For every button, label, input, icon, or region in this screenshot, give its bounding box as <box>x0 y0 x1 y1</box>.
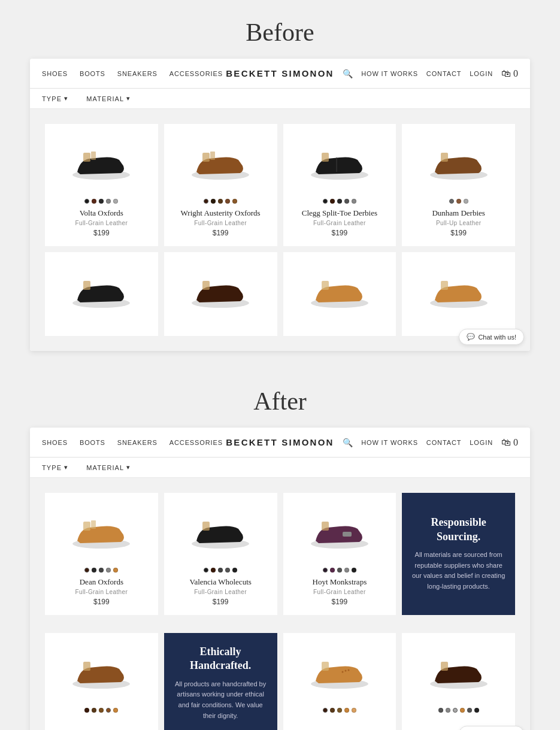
svg-point-33 <box>347 670 349 671</box>
product-card-hoyt: Hoyt Monkstraps Full-Grain Leather $199 <box>283 493 396 615</box>
type-filter-before[interactable]: TYPE ▾ <box>42 95 68 102</box>
color-dot[interactable] <box>99 199 104 204</box>
color-dot[interactable] <box>92 199 96 204</box>
nav-howitworks-before[interactable]: HOW IT WORKS <box>361 70 418 77</box>
color-dot[interactable] <box>344 568 349 573</box>
product-name-dean: Dean Oxfords <box>80 577 123 587</box>
product-image-a8 <box>408 642 509 702</box>
product-image-b8 <box>408 261 509 321</box>
product-material-clegg: Full-Grain Leather <box>313 220 366 226</box>
type-filter-after[interactable]: TYPE ▾ <box>42 464 68 471</box>
color-dot[interactable] <box>92 568 96 573</box>
color-dot[interactable] <box>337 568 342 573</box>
nav-login-before[interactable]: LOGIN <box>470 70 493 77</box>
search-icon-before[interactable]: 🔍 <box>343 69 353 78</box>
product-image-b5 <box>51 261 152 321</box>
color-dot[interactable] <box>460 708 465 713</box>
color-dot[interactable] <box>218 199 223 204</box>
color-dot[interactable] <box>446 708 450 713</box>
svg-rect-12 <box>83 281 90 290</box>
nav-boots-after[interactable]: BOOTS <box>80 439 105 446</box>
color-dot[interactable] <box>449 199 454 204</box>
product-card-volta: Volta Oxfords Full-Grain Leather $199 <box>45 124 158 246</box>
product-image-valencia <box>170 502 271 562</box>
color-dot[interactable] <box>113 568 118 573</box>
color-dots-dean <box>84 568 118 573</box>
color-dot[interactable] <box>84 568 89 573</box>
product-image-hoyt <box>289 502 391 562</box>
nav-contact-before[interactable]: CONTACT <box>426 70 462 77</box>
color-dot[interactable] <box>323 199 328 204</box>
nav-howitworks-after[interactable]: HOW IT WORKS <box>361 439 418 446</box>
after-section: After SHOES BOOTS SNEAKERS ACCESSORIES B… <box>0 369 560 730</box>
svg-rect-16 <box>322 281 329 290</box>
svg-point-31 <box>341 671 343 673</box>
color-dot[interactable] <box>99 708 104 713</box>
color-dot[interactable] <box>352 199 356 204</box>
color-dot[interactable] <box>337 199 342 204</box>
color-dot[interactable] <box>225 199 230 204</box>
color-dot[interactable] <box>84 708 89 713</box>
color-dot[interactable] <box>113 199 118 204</box>
color-dot[interactable] <box>344 199 349 204</box>
color-dot[interactable] <box>344 708 349 713</box>
color-dot[interactable] <box>330 199 335 204</box>
color-dot[interactable] <box>106 568 111 573</box>
color-dot[interactable] <box>113 708 118 713</box>
color-dots-a7 <box>323 708 356 713</box>
chat-button-after[interactable]: 💬 Chat with us! <box>459 726 524 730</box>
color-dot[interactable] <box>225 568 230 573</box>
product-material-dean: Full-Grain Leather <box>75 589 128 595</box>
color-dot[interactable] <box>330 708 335 713</box>
cart-before[interactable]: 🛍 0 <box>501 68 518 79</box>
color-dot[interactable] <box>218 568 223 573</box>
color-dot[interactable] <box>352 568 356 573</box>
color-dot[interactable] <box>467 708 472 713</box>
color-dot[interactable] <box>232 568 237 573</box>
nav-sneakers-after[interactable]: SNEAKERS <box>117 439 158 446</box>
color-dot[interactable] <box>323 708 328 713</box>
color-dot[interactable] <box>456 199 461 204</box>
product-material-volta: Full-Grain Leather <box>75 220 128 226</box>
nav-boots-before[interactable]: BOOTS <box>80 70 105 77</box>
color-dot[interactable] <box>106 708 111 713</box>
product-price-dunham: $199 <box>450 229 467 237</box>
color-dot[interactable] <box>204 568 208 573</box>
nav-sneakers-before[interactable]: SNEAKERS <box>117 70 158 77</box>
cart-after[interactable]: 🛍 0 <box>501 437 518 448</box>
product-name-clegg: Clegg Split-Toe Derbies <box>302 208 377 218</box>
color-dot[interactable] <box>232 199 237 204</box>
color-dot[interactable] <box>211 568 216 573</box>
material-filter-after[interactable]: MATERIAL ▾ <box>86 464 131 471</box>
color-dot[interactable] <box>464 199 468 204</box>
product-name-volta: Volta Oxfords <box>80 208 123 218</box>
color-dot[interactable] <box>99 568 104 573</box>
color-dots-wright <box>204 199 237 204</box>
nav-login-after[interactable]: LOGIN <box>470 439 493 446</box>
color-dot[interactable] <box>453 708 458 713</box>
color-dot[interactable] <box>84 199 89 204</box>
nav-shoes-after[interactable]: SHOES <box>42 439 68 446</box>
color-dot[interactable] <box>352 708 356 713</box>
material-filter-before[interactable]: MATERIAL ▾ <box>86 95 131 102</box>
color-dot[interactable] <box>211 199 216 204</box>
color-dot[interactable] <box>330 568 335 573</box>
nav-contact-after[interactable]: CONTACT <box>426 439 462 446</box>
search-icon-after[interactable]: 🔍 <box>343 438 353 447</box>
product-material-hoyt: Full-Grain Leather <box>313 589 366 595</box>
color-dot[interactable] <box>92 708 96 713</box>
svg-rect-26 <box>343 532 352 537</box>
color-dot[interactable] <box>438 708 443 713</box>
color-dot[interactable] <box>474 708 479 713</box>
nav-shoes-before[interactable]: SHOES <box>42 70 68 77</box>
chat-button-before[interactable]: 💬 Chat with us! <box>459 329 524 345</box>
color-dot[interactable] <box>204 199 208 204</box>
shoe-svg-a8 <box>426 651 492 693</box>
color-dot[interactable] <box>323 568 328 573</box>
nav-accessories-before[interactable]: ACCESSORIES <box>169 70 223 77</box>
color-dot[interactable] <box>106 199 111 204</box>
color-dot[interactable] <box>337 708 342 713</box>
color-dots-dunham <box>449 199 468 204</box>
nav-accessories-after[interactable]: ACCESSORIES <box>169 439 223 446</box>
product-price-dean: $199 <box>93 598 110 606</box>
